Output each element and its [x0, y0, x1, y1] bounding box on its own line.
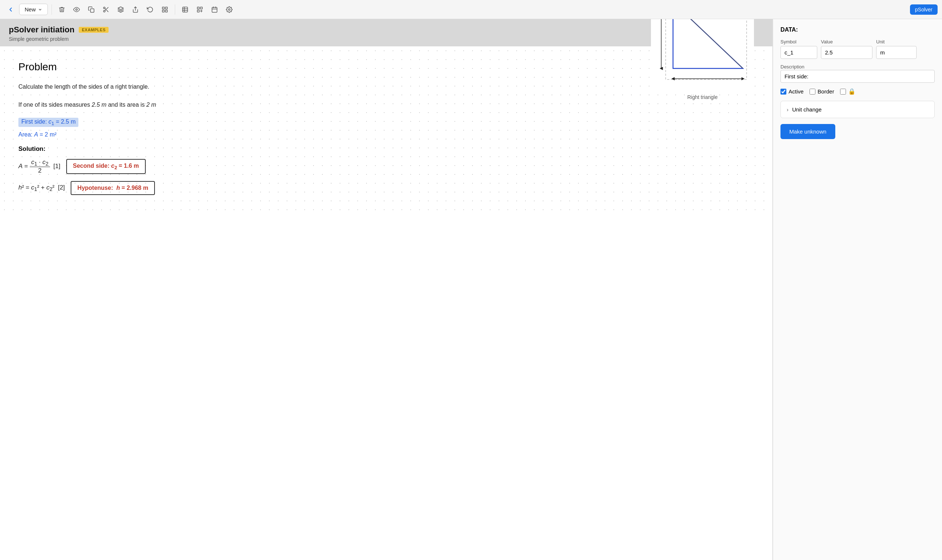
unit-label: Unit	[876, 39, 917, 45]
border-checkbox[interactable]	[810, 89, 816, 95]
refresh-button[interactable]	[144, 4, 156, 15]
border-label: Border	[817, 88, 834, 95]
right-panel: DATA: Symbol Value Unit Description	[773, 19, 942, 560]
svg-rect-1	[91, 8, 94, 12]
list-button[interactable]	[159, 4, 171, 15]
delete-button[interactable]	[55, 4, 68, 15]
export-button[interactable]	[129, 4, 142, 15]
problem-line2: If one of its sides measures 2.5 m and i…	[18, 100, 754, 111]
cut-button[interactable]	[100, 4, 112, 15]
layers-button[interactable]	[114, 4, 127, 15]
result-1: Second side: c2 = 1.6 m	[66, 159, 146, 174]
value-label: Value	[821, 39, 873, 45]
unit-change-collapsible[interactable]: › Unit change	[780, 101, 934, 118]
value-input[interactable]	[821, 46, 873, 59]
svg-rect-13	[183, 7, 188, 12]
given-items: First side: c1 = 2.5 m Area: A = 2 m²	[18, 118, 754, 138]
given-1: First side: c1 = 2.5 m	[18, 118, 78, 127]
triangle-diagram	[651, 19, 754, 91]
description-label: Description	[780, 64, 804, 69]
formula-row-1: A = c1 · c2 2 [1] Second side: c2 = 1.6 …	[18, 158, 754, 174]
separator-2	[175, 5, 175, 15]
svg-marker-28	[673, 19, 743, 68]
toolbar: New	[0, 0, 942, 19]
doc-content: Right triangle Problem Calculate the len…	[0, 46, 773, 216]
checkbox-row: Active Border 🔒	[780, 88, 934, 95]
svg-rect-17	[197, 7, 199, 9]
formula-1: A = c1 · c2 2 [1]	[18, 158, 60, 174]
data-section-label: DATA:	[780, 26, 934, 33]
result-2: Hypotenuse: h = 2.968 m	[71, 181, 155, 195]
symbol-value-unit-row: Symbol Value Unit	[780, 39, 934, 59]
symbol-input[interactable]	[780, 46, 817, 59]
symbol-field-group: Symbol	[780, 39, 817, 59]
solution-heading: Solution:	[18, 145, 754, 153]
svg-rect-27	[666, 19, 747, 80]
given-2: Area: A = 2 m²	[18, 131, 754, 138]
svg-rect-19	[197, 10, 199, 12]
settings-button[interactable]	[223, 4, 236, 15]
formula-2: h² = c1² + c2² [2]	[18, 184, 65, 192]
main-layout: pSolver initiation EXAMPLES Simple geome…	[0, 19, 942, 560]
new-button[interactable]: New	[19, 4, 48, 15]
unit-field-group: Unit	[876, 39, 917, 59]
table-button[interactable]	[179, 4, 191, 15]
view-button[interactable]	[70, 4, 83, 15]
description-group: Description	[780, 63, 934, 83]
problem-line1: Calculate the length of the sides of a r…	[18, 82, 754, 92]
svg-rect-9	[162, 7, 164, 9]
svg-line-29	[673, 19, 743, 68]
doc-subtitle: Simple geometric problem	[9, 36, 763, 42]
svg-rect-22	[212, 8, 217, 12]
svg-rect-10	[166, 7, 168, 9]
svg-point-26	[228, 8, 230, 10]
calendar-button[interactable]	[208, 4, 221, 15]
lock-icon: 🔒	[848, 88, 856, 95]
chevron-right-icon: ›	[787, 107, 788, 112]
svg-rect-18	[200, 7, 202, 9]
user-button[interactable]: pSolver	[910, 5, 937, 15]
symbol-label: Symbol	[780, 39, 817, 45]
unit-change-label: Unit change	[792, 106, 822, 112]
svg-point-0	[76, 8, 78, 10]
lock-checkbox[interactable]	[840, 89, 846, 95]
data-grid-button[interactable]	[194, 4, 206, 15]
svg-rect-12	[166, 10, 168, 12]
diagram-area: Right triangle	[651, 19, 754, 100]
lock-checkbox-label[interactable]: 🔒	[840, 88, 856, 95]
copy-doc-button[interactable]	[85, 4, 97, 15]
problem-heading: Problem	[18, 61, 754, 73]
new-button-label: New	[25, 6, 36, 12]
description-input[interactable]	[780, 70, 934, 83]
border-checkbox-label[interactable]: Border	[810, 88, 834, 95]
separator-1	[51, 5, 52, 15]
formula-row-2: h² = c1² + c2² [2] Hypotenuse: h = 2.968…	[18, 181, 754, 195]
value-field-group: Value	[821, 39, 873, 59]
active-label: Active	[788, 88, 803, 95]
active-checkbox-label[interactable]: Active	[780, 88, 803, 95]
active-checkbox[interactable]	[780, 89, 787, 95]
back-button[interactable]	[5, 4, 17, 15]
left-panel: pSolver initiation EXAMPLES Simple geome…	[0, 19, 773, 560]
svg-line-5	[107, 10, 108, 11]
examples-badge: EXAMPLES	[79, 27, 109, 33]
make-unknown-button[interactable]: Make unknown	[780, 124, 835, 139]
svg-marker-7	[118, 7, 124, 9]
unit-input[interactable]	[876, 46, 917, 59]
svg-rect-11	[162, 10, 164, 12]
doc-title-row: pSolver initiation EXAMPLES	[9, 25, 763, 35]
doc-title: pSolver initiation	[9, 25, 74, 35]
unit-change-header[interactable]: › Unit change	[781, 101, 934, 118]
svg-line-6	[105, 8, 106, 9]
diagram-label: Right triangle	[651, 94, 754, 100]
